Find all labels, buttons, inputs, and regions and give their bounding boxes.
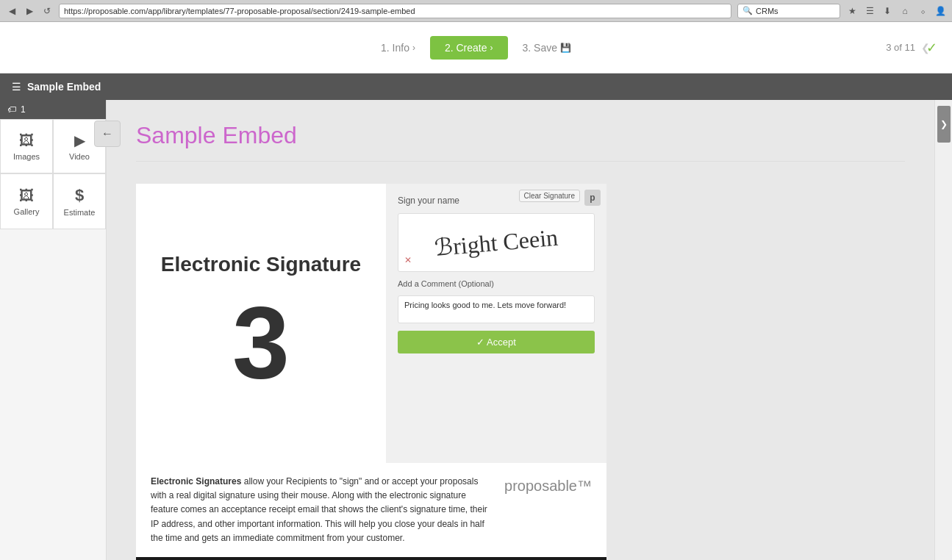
chevron-right-icon: ❯ [940,119,948,129]
nav-steps: 1. Info › 2. Create › 3. Save 💾 [366,36,586,60]
top-nav: 1. Info › 2. Create › 3. Save 💾 3 of 11 … [0,22,952,73]
layers-icon[interactable]: ⬦ [917,5,928,17]
video-controls: ↩ ⚑ ◀ 5 of 7 ▶ ⤢ ⬜ [136,557,606,560]
right-panel-btn[interactable]: ❯ [937,106,951,143]
main-area: 🏷 1 🖼 Images ▶ Video 🖼 Gallery $ [0,100,952,560]
browser-bar: ◀ ▶ ↺ https://proposable.com/app/library… [0,0,952,22]
nav-check: ✓ [926,40,937,56]
back-icon[interactable]: ◀ [6,5,18,17]
user-icon[interactable]: 👤 [934,5,946,17]
embed-number: 3 [232,291,290,394]
sidebar-item-gallery[interactable]: 🖼 Gallery [0,173,53,229]
sidebar-num: 1 [21,104,26,115]
embed-text-content: Electronic Signatures allow your Recipie… [151,475,490,545]
embed-inner: Electronic Signature 3 p Sign your name … [136,184,606,463]
embed-right: p Sign your name Clear Signature ✕ ℬrigh… [386,184,606,463]
left-sidebar: 🏷 1 🖼 Images ▶ Video 🖼 Gallery $ [0,100,107,560]
embed-text-area: Electronic Signatures allow your Recipie… [136,463,606,557]
accept-btn[interactable]: ✓ Accept [398,331,595,353]
url-bar[interactable]: https://proposable.com/app/library/templ… [59,4,731,18]
save-icon: 💾 [560,43,571,53]
embed-inner-title: Electronic Signature [161,253,361,276]
signature-area[interactable]: ✕ ℬright Ceein [398,213,595,272]
page-counter: 3 of 11 ❮ [886,42,930,54]
bookmark-icon[interactable]: ★ [846,5,858,17]
sidebar-item-images[interactable]: 🖼 Images [0,119,53,173]
p-badge: p [584,190,601,206]
center-content: Sample Embed Electronic Signature 3 p Si… [107,100,934,560]
page-divider [136,161,905,162]
search-bar[interactable]: 🔍 CRMs [737,4,840,18]
home-icon[interactable]: ⌂ [899,5,911,17]
list-icon[interactable]: ☰ [864,5,876,17]
app-container: 1. Info › 2. Create › 3. Save 💾 3 of 11 … [0,22,952,560]
gallery-icon: 🖼 [19,187,34,204]
right-panel: ❯ [934,100,952,560]
video-container: Electronic Signature 3 p Sign your name … [136,184,606,560]
section-header: ☰ Sample Embed [0,73,952,100]
section-title: Sample Embed [27,81,101,93]
signature-text: ℬright Ceein [434,223,559,262]
embed-logo: proposable™ [504,478,592,495]
video-main-area: Electronic Signature 3 p Sign your name … [136,184,606,463]
step2-arrow-icon: › [490,43,493,53]
search-icon: 🔍 [742,6,753,15]
embed-left: Electronic Signature 3 [136,184,386,463]
sidebar-back-btn[interactable]: ← [94,121,121,147]
refresh-icon[interactable]: ↺ [41,5,53,17]
step3[interactable]: 3. Save 💾 [508,36,586,60]
sidebar-item-estimate[interactable]: $ Estimate [53,173,106,229]
images-icon: 🖼 [19,132,34,149]
step1-arrow-icon: › [412,43,415,53]
download-icon[interactable]: ⬇ [881,5,893,17]
video-icon: ▶ [74,132,85,149]
embed-bold-text: Electronic Signatures [151,476,241,487]
page-title: Sample Embed [136,122,905,149]
comment-label: Add a Comment (Optional) [398,279,595,288]
tag-icon: ☰ [12,81,21,93]
signature-x-icon: ✕ [404,255,412,265]
comment-input[interactable]: Pricing looks good to me. Lets move forw… [398,295,595,323]
clear-signature-btn[interactable]: Clear Signature [519,190,580,202]
tag-icon: 🏷 [7,104,16,115]
forward-icon[interactable]: ▶ [24,5,35,17]
sidebar-header: 🏷 1 [0,100,106,119]
back-arrow-icon: ← [101,127,113,140]
step1[interactable]: 1. Info › [366,36,430,60]
estimate-icon: $ [75,186,84,205]
step2[interactable]: 2. Create › [430,36,508,60]
sidebar-grid: 🖼 Images ▶ Video 🖼 Gallery $ Estimate [0,119,106,229]
